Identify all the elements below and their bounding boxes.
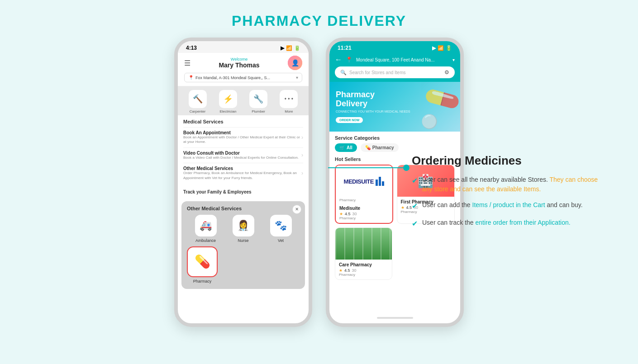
filter-icon: ⚙ <box>444 69 449 76</box>
check-icon-2: ✔ <box>412 201 418 212</box>
phone2-location-text: Mondeal Square, 100 Feet Anand Na... <box>356 57 449 62</box>
ordering-point-2: ✔ User can add the Items / product in th… <box>412 200 602 212</box>
bar2 <box>379 177 381 186</box>
search-icon: 🔍 <box>340 70 347 76</box>
plumber-label: Plumber <box>249 109 267 113</box>
bar1 <box>376 180 378 186</box>
order-now-button[interactable]: ORDER NOW <box>336 117 363 123</box>
ordering-point-1-text: User can see all the nearby available St… <box>422 175 602 194</box>
chevron-right-icon: › <box>301 152 303 158</box>
location-bar[interactable]: 📍 Fox Mandal, A-301 Mondeal Square,, S..… <box>184 73 302 82</box>
user-name: Mary Thomas <box>219 61 259 69</box>
banner-title: PharmacyDelivery <box>336 90 410 109</box>
service-plumber[interactable]: 🔧 Plumber <box>249 90 267 113</box>
categories-row: 🛒 All 💊 Pharmacy <box>335 143 455 152</box>
service-more[interactable]: • • • More <box>280 90 298 113</box>
home-indicator <box>377 317 413 319</box>
medical-services-section: Medical Services Book An Appointment Boo… <box>178 115 309 187</box>
all-icon: 🛒 <box>339 145 345 150</box>
medical-section-title: Medical Services <box>183 119 303 124</box>
care-pharmacy-image <box>335 228 392 260</box>
carpenter-label: Carpenter <box>189 109 207 113</box>
all-label: All <box>347 145 352 150</box>
chevron-right-icon: › <box>301 170 303 176</box>
care-pharmacy-rating-row: ★ 4.5 30 <box>339 268 388 273</box>
ordering-point-1: ✔ User can see all the nearby available … <box>412 175 602 194</box>
medisuite-image: MEDISUITE <box>336 165 392 197</box>
medisuite-info: Medisuite ★ 4.5 30 Pharmacy <box>336 203 392 223</box>
nurse-icon: 👩‍⚕️ <box>233 215 254 236</box>
ambulance-item[interactable]: 🚑 Ambulance <box>195 215 217 243</box>
phone2-status-bar: 11:21 ▶ 📶 🔋 <box>329 41 460 53</box>
signal-icon: 📶 <box>286 45 292 51</box>
care-pharmacy-reviews: 30 <box>352 268 357 273</box>
pharmacy-label: Pharmacy <box>372 145 394 150</box>
modal-close-button[interactable]: ✕ <box>292 205 301 214</box>
battery-icon: 🔋 <box>446 45 452 51</box>
location-text: Fox Mandal, A-301 Mondeal Square,, S... <box>195 76 294 80</box>
ordering-points-list: ✔ User can see all the nearby available … <box>412 175 602 229</box>
chevron-down-icon: ▾ <box>452 57 455 62</box>
categories-title: Service Categories <box>335 135 455 141</box>
medisuite-rating-row: ★ 4.5 30 <box>339 212 389 216</box>
welcome-block: Welcome Mary Thomas <box>219 57 259 69</box>
medisuite-card[interactable]: MEDISUITE Pharmacy Medisuite ★ <box>335 165 393 224</box>
service-icons-row: 🔨 Carpenter ⚡ Electrician 🔧 Plumber • • … <box>178 86 309 115</box>
phone2-time: 11:21 <box>338 45 352 51</box>
appointment-desc: Book an Appointment with Doctor / Other … <box>183 135 301 145</box>
welcome-label: Welcome <box>219 57 259 61</box>
nurse-label: Nurse <box>233 238 254 243</box>
star-icon: ★ <box>401 205 405 210</box>
ordering-point-3-text: User can track the entire order from the… <box>422 218 571 227</box>
back-button[interactable]: ← <box>335 56 342 64</box>
more-label: More <box>280 109 298 113</box>
category-pharmacy-button[interactable]: 💊 Pharmacy <box>361 143 399 152</box>
ordering-point-2-text: User can add the Items / product in the … <box>422 200 583 210</box>
care-pharmacy-card[interactable]: Care Pharmacy ★ 4.5 30 Pharmacy <box>335 227 392 280</box>
pharmacy-selected-item[interactable]: 💊 Pharmacy <box>187 246 218 284</box>
medisuite-logo: MEDISUITE <box>339 172 389 190</box>
vet-item[interactable]: 🐾 Vet <box>270 215 292 243</box>
video-consult-desc: Book a Video Call with Doctor / Medical … <box>183 156 301 160</box>
phone1-status-icons: ▶ 📶 🔋 <box>281 45 300 51</box>
ordering-medicines-panel: Ordering Medicines ✔ User can see all th… <box>412 154 602 236</box>
star-icon: ★ <box>339 268 343 273</box>
modal-icons-row: 🚑 Ambulance 👩‍⚕️ Nurse 🐾 Vet <box>187 215 300 243</box>
electrician-icon: ⚡ <box>219 90 237 108</box>
vet-icon: 🐾 <box>270 215 292 236</box>
hamburger-menu-icon[interactable]: ☰ <box>184 59 190 67</box>
connector-dot <box>403 165 409 171</box>
track-title: Track your Family & Employees <box>183 189 303 194</box>
electrician-label: Electrician <box>219 109 237 113</box>
other-medical-text: Other Medical Services Order Pharmacy, B… <box>183 166 301 180</box>
service-carpenter[interactable]: 🔨 Carpenter <box>189 90 207 113</box>
chevron-down-icon: ▾ <box>296 75 298 80</box>
care-pharmacy-type: Pharmacy <box>339 273 388 277</box>
pharmacy-shelf-visual <box>335 228 392 260</box>
search-placeholder: Search for Stores and Items <box>349 70 442 75</box>
video-consult-title: Video Consult with Doctor <box>183 151 301 156</box>
category-all-button[interactable]: 🛒 All <box>335 143 357 152</box>
video-consult-text: Video Consult with Doctor Book a Video C… <box>183 151 301 160</box>
appointment-item[interactable]: Book An Appointment Book an Appointment … <box>183 127 303 147</box>
location-pin-icon: 📍 <box>188 75 194 80</box>
medisuite-name: Medisuite <box>339 206 389 211</box>
video-consult-item[interactable]: Video Consult with Doctor Book a Video C… <box>183 147 303 163</box>
medisuite-reviews: 30 <box>352 212 357 216</box>
modal-overlay: Other Medical Services ✕ 🚑 Ambulance 👩‍⚕… <box>181 201 305 289</box>
phone1-time: 4:13 <box>186 45 197 51</box>
nurse-item[interactable]: 👩‍⚕️ Nurse <box>233 215 254 243</box>
bar3 <box>382 181 384 186</box>
appointment-text: Book An Appointment Book an Appointment … <box>183 130 301 145</box>
care-pharmacy-rating: 4.5 <box>344 268 350 273</box>
ordering-title: Ordering Medicines <box>412 154 602 168</box>
first-pharmacy-rating: 4.5 <box>406 205 412 210</box>
other-medical-item[interactable]: Other Medical Services Order Pharmacy, B… <box>183 163 303 183</box>
service-electrician[interactable]: ⚡ Electrician <box>219 90 237 113</box>
more-icon: • • • <box>280 90 298 108</box>
phone2-search-bar[interactable]: 🔍 Search for Stores and Items ⚙ <box>335 66 455 78</box>
wifi-icon: ▶ <box>281 45 284 51</box>
pharmacy-selected-label: Pharmacy <box>187 279 218 284</box>
track-section: Track your Family & Employees <box>178 187 309 199</box>
pharmacy-selected-icon: 💊 <box>187 246 218 277</box>
